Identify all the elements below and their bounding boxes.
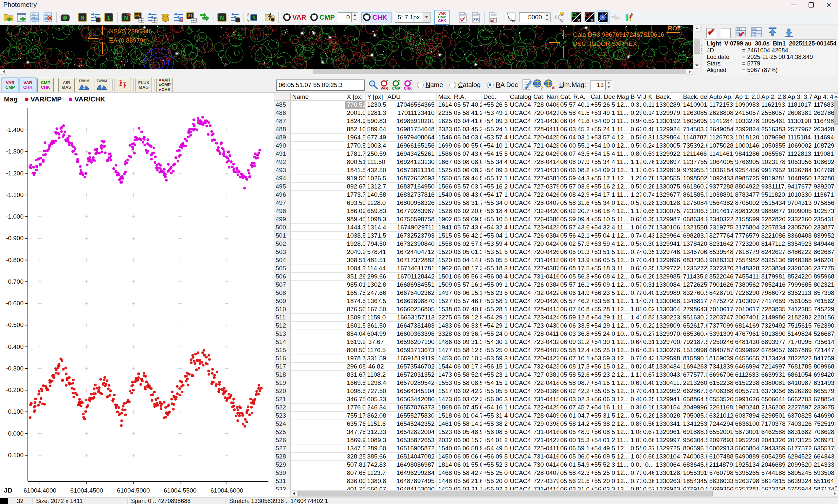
table-cell[interactable]: +56 05 5... (482, 256, 508, 265)
table-cell[interactable]: 2608381... (786, 109, 812, 117)
table-cell[interactable]: 1520... (436, 256, 452, 265)
table-cell[interactable]: 247.66 (365, 289, 386, 297)
table-cell[interactable]: 2257834... (760, 223, 786, 232)
table-cell[interactable]: 677910.0... (681, 485, 707, 490)
table-cell[interactable]: +54 16 1... (589, 403, 615, 412)
table-cell[interactable]: 0.85 (629, 420, 641, 428)
table-cell[interactable]: +55 17 1... (589, 175, 615, 183)
table-cell[interactable]: 06 06 15.1... (452, 289, 482, 297)
table-cell[interactable]: 832760.5... (681, 289, 707, 297)
table-cell[interactable]: UCAC4 (508, 158, 532, 166)
table-cell[interactable]: +54 10 0... (589, 142, 615, 150)
table-cell[interactable]: 2261168... (707, 403, 733, 412)
table-row[interactable]: 5261869.911089.36165358726532032...06 00… (274, 436, 834, 445)
table-cell[interactable]: 12.... (615, 289, 629, 297)
table-cell[interactable]: UCAC4 (508, 436, 532, 445)
table-cell[interactable]: 1321558... (681, 223, 707, 232)
table-cell[interactable] (290, 445, 345, 453)
table-cell[interactable]: 685360.4... (681, 330, 707, 338)
table-cell[interactable]: 06 04 41.6... (558, 117, 589, 125)
table-cell[interactable]: +53 58 1... (589, 297, 615, 305)
table-cell[interactable]: UCAC4 (508, 101, 532, 109)
table-cell[interactable]: 1079698... (760, 133, 786, 142)
table-cell[interactable] (290, 305, 345, 313)
table-cell[interactable]: 1330289... (654, 101, 681, 109)
table-row[interactable]: 508165.75247.66166764023621497...06 06 1… (274, 289, 834, 297)
table-cell[interactable]: 2049.25 (345, 248, 365, 256)
table-cell[interactable]: 12.... (615, 207, 629, 215)
table-cell[interactable]: 1330104... (654, 453, 681, 461)
table-row[interactable]: 518831.671108.25165720313521473...05 58 … (274, 371, 834, 379)
table-cell[interactable]: 1558... (436, 240, 452, 248)
chk-toggle[interactable]: CHK (361, 13, 392, 22)
table-cell[interactable]: 6355171... (812, 445, 834, 453)
table-row[interactable]: 517296.0846.82165735467021544...06 08 17… (274, 363, 834, 371)
table-cell[interactable]: +55 05 5... (589, 387, 615, 395)
table-cell[interactable]: 16732390840 (386, 240, 436, 248)
table-cell[interactable]: 8783477... (733, 191, 760, 199)
table-cell[interactable]: 677577.0... (681, 371, 707, 379)
table-cell[interactable]: 05 59 44.3... (558, 175, 589, 183)
table-cell[interactable]: UCAC4 (508, 191, 532, 199)
table-row[interactable]: 494919.501026.50168726526931550...05 59 … (274, 175, 834, 183)
table-cell[interactable]: 1275084... (681, 199, 707, 207)
table-cell[interactable]: 0.40 (641, 289, 654, 297)
table-cell[interactable]: UCAC4 (508, 387, 532, 395)
table-cell[interactable]: 16596207190 (386, 338, 436, 346)
column-header[interactable]: Ap 3: 3.7px (786, 93, 812, 101)
table-cell[interactable]: 2275... (436, 313, 452, 322)
table-cell[interactable]: 8277764... (707, 232, 733, 240)
table-cell[interactable]: 7086287... (812, 428, 834, 436)
table-row[interactable]: 485770.511230.50170465643651614...05 57 … (274, 101, 834, 109)
table-cell[interactable]: 05 58 42.3... (558, 469, 589, 477)
table-cell[interactable]: 2089719... (812, 436, 834, 445)
deselect-frames-icon[interactable]: img 1img 1img 1 (751, 27, 762, 39)
table-cell[interactable]: +56 18 4... (482, 207, 508, 215)
table-cell[interactable]: +54 10 1... (482, 142, 508, 150)
table-cell[interactable]: 06 05 01.3... (452, 248, 482, 256)
table-cell[interactable]: +56 23 5... (482, 289, 508, 297)
table-cell[interactable]: 11.... (615, 117, 629, 125)
table-cell[interactable]: 8494465... (812, 240, 834, 248)
table-cell[interactable] (290, 485, 345, 490)
table-cell[interactable]: +55 31 5... (589, 412, 615, 420)
table-row[interactable]: 5111509.641159.09166531571132275...05 59… (274, 313, 834, 322)
table-cell[interactable]: 0.67 (641, 428, 654, 436)
table-cell[interactable]: 8099689... (812, 363, 834, 371)
target-settings-button[interactable] (172, 11, 185, 23)
table-cell[interactable]: 8242627... (760, 248, 786, 256)
plot-errorbars-button[interactable] (114, 78, 131, 92)
table-cell[interactable]: 961860.2... (681, 183, 707, 191)
table-cell[interactable] (290, 248, 345, 256)
table-cell[interactable]: 1330128... (654, 469, 681, 477)
table-cell[interactable]: 0.57 (641, 485, 654, 490)
table-cell[interactable]: 1540... (436, 191, 452, 199)
table-cell[interactable]: 05 56 21.5... (558, 477, 589, 485)
table-cell[interactable]: 1009005... (786, 207, 812, 215)
table-cell[interactable]: 1050355... (760, 142, 786, 150)
table-cell[interactable]: 1038.50 (345, 232, 365, 240)
table-cell[interactable]: 0.46 (641, 469, 654, 477)
table-cell[interactable]: +53 51 5... (589, 248, 615, 256)
table-cell[interactable]: UCAC4 (508, 133, 532, 142)
table-cell[interactable]: 8368488... (786, 232, 812, 240)
table-cell[interactable]: 7999685... (786, 281, 812, 289)
column-header[interactable]: J-K (641, 93, 654, 101)
column-header[interactable]: Back. dev. (681, 93, 707, 101)
table-cell[interactable]: 1048950... (786, 175, 812, 183)
table-cell[interactable]: 06 03 31.1... (452, 485, 482, 490)
table-cell[interactable]: 6298501... (760, 412, 786, 420)
table-cell[interactable]: 1528... (436, 207, 452, 215)
table-cell[interactable]: 1329987... (654, 215, 681, 223)
table-cell[interactable] (290, 313, 345, 322)
photometry-settings-button[interactable] (229, 11, 241, 23)
table-cell[interactable]: 05 57 16.1... (452, 281, 482, 289)
table-cell[interactable]: 2046689... (760, 461, 786, 469)
table-cell[interactable]: 9331117... (760, 183, 786, 191)
table-cell[interactable]: 06 03 36.8... (558, 330, 589, 338)
table-cell[interactable]: 1026784... (786, 166, 812, 175)
table-cell[interactable]: 351.26 (345, 273, 365, 281)
table-cell[interactable]: 1453... (436, 485, 452, 490)
table-cell[interactable]: +55 10 5... (589, 215, 615, 223)
table-cell[interactable]: 2097893... (707, 436, 733, 445)
